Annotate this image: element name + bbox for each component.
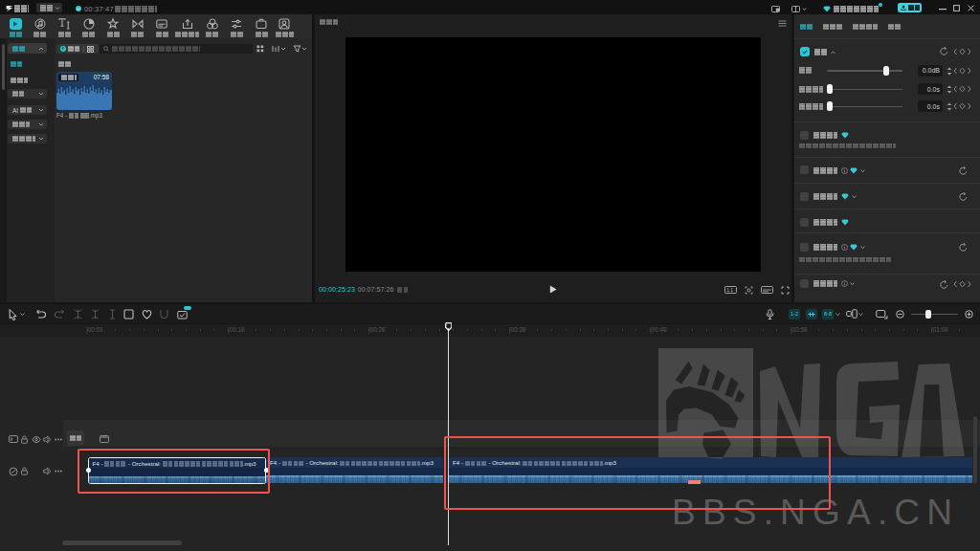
svg-text:1:1: 1:1 [726,287,733,293]
